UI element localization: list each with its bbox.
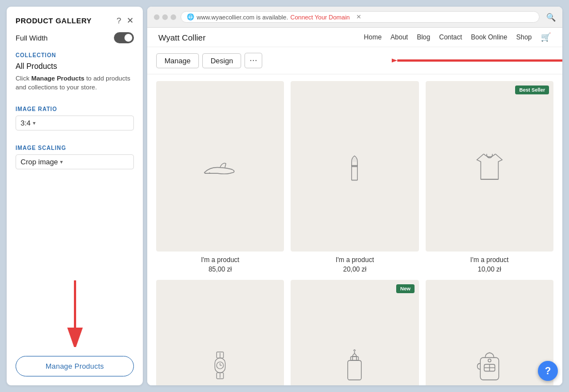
product-name: I'm a product bbox=[201, 256, 239, 264]
collection-section-label: COLLECTION bbox=[16, 52, 134, 58]
image-ratio-label: IMAGE RATIO bbox=[16, 106, 134, 112]
product-card: Best Seller I'm a product 10,00 zł bbox=[426, 81, 553, 273]
domain-text: www.wyaecollier.com is available. bbox=[197, 14, 288, 21]
svg-rect-15 bbox=[348, 360, 362, 380]
product-card: I'm a product 20,00 zł bbox=[291, 81, 418, 273]
close-icon[interactable]: ✕ bbox=[127, 16, 134, 26]
product-image-wrap bbox=[156, 81, 284, 252]
image-scaling-value: Crop image bbox=[21, 158, 58, 166]
product-grid-area: I'm a product 85,00 zł I'm bbox=[147, 74, 562, 385]
image-scaling-label: IMAGE SCALING bbox=[16, 145, 134, 151]
svg-point-22 bbox=[488, 359, 491, 361]
site-nav: Wyatt Collier Home About Blog Contact Bo… bbox=[147, 28, 562, 47]
product-card: New I'm a product 7,50 zł bbox=[291, 280, 418, 385]
product-info: I'm a product 85,00 zł bbox=[201, 256, 239, 273]
manage-button[interactable]: Manage bbox=[156, 53, 199, 68]
image-ratio-chevron: ▾ bbox=[33, 120, 36, 126]
product-name: I'm a product bbox=[470, 256, 508, 264]
product-card: I'm a product 85,00 zł bbox=[156, 81, 284, 273]
image-scaling-chevron: ▾ bbox=[60, 159, 63, 165]
product-price: 20,00 zł bbox=[336, 265, 374, 273]
collection-section: COLLECTION All Products Click Manage Pro… bbox=[16, 52, 134, 100]
right-arrow-svg bbox=[392, 52, 562, 69]
browser-panel: 🌐 www.wyaecollier.com is available. Conn… bbox=[147, 7, 562, 385]
product-card: I'm a product 15,00 zł bbox=[426, 280, 553, 385]
help-button[interactable]: ? bbox=[538, 361, 558, 381]
bestseller-badge: Best Seller bbox=[515, 86, 549, 94]
nav-shop[interactable]: Shop bbox=[516, 33, 532, 41]
collection-value: All Products bbox=[16, 62, 134, 71]
collection-hint: Click Manage Products to add products an… bbox=[16, 74, 134, 92]
panel-header-icons: ? ✕ bbox=[117, 16, 134, 26]
panel-header: PRODUCT GALLERY ? ✕ bbox=[16, 16, 134, 26]
product-image-wrap: Best Seller bbox=[426, 81, 553, 252]
product-image-wrap bbox=[291, 81, 418, 252]
browser-chrome: 🌐 www.wyaecollier.com is available. Conn… bbox=[147, 7, 562, 28]
backpack-icon bbox=[470, 346, 509, 385]
image-scaling-select[interactable]: Crop image ▾ bbox=[16, 154, 134, 169]
browser-address-bar[interactable]: 🌐 www.wyaecollier.com is available. Conn… bbox=[181, 11, 540, 23]
help-icon[interactable]: ? bbox=[117, 16, 121, 26]
product-image-wrap bbox=[426, 280, 553, 385]
nav-home[interactable]: Home bbox=[364, 33, 382, 41]
product-info: I'm a product 10,00 zł bbox=[470, 256, 508, 273]
gallery-toolbar: Manage Design ⋯ bbox=[147, 47, 562, 74]
shirt-icon bbox=[470, 147, 509, 186]
svg-rect-16 bbox=[351, 356, 358, 360]
left-panel: PRODUCT GALLERY ? ✕ Full Width COLLECTIO… bbox=[7, 7, 143, 385]
image-ratio-section: IMAGE RATIO 3:4 ▾ bbox=[16, 106, 134, 139]
lipstick-icon bbox=[335, 147, 374, 186]
dot-yellow bbox=[162, 14, 168, 20]
product-image-wrap: New bbox=[291, 280, 418, 385]
full-width-row: Full Width bbox=[16, 32, 134, 43]
product-card: I'm a product 25,00 zł bbox=[156, 280, 284, 385]
globe-icon: 🌐 bbox=[187, 13, 194, 21]
shoe-icon bbox=[201, 147, 239, 186]
nav-links: Home About Blog Contact Book Online Shop… bbox=[364, 32, 551, 42]
svg-rect-4 bbox=[352, 167, 358, 180]
nav-contact[interactable]: Contact bbox=[439, 33, 462, 41]
panel-title: PRODUCT GALLERY bbox=[16, 17, 92, 25]
soap-icon bbox=[335, 346, 374, 385]
product-info: I'm a product 20,00 zł bbox=[336, 256, 374, 273]
product-name: I'm a product bbox=[336, 256, 374, 264]
collection-hint-bold: Manage Products bbox=[31, 75, 84, 82]
product-grid: I'm a product 85,00 zł I'm bbox=[156, 81, 553, 385]
full-width-toggle[interactable] bbox=[114, 32, 134, 43]
product-image-wrap bbox=[156, 280, 284, 385]
image-scaling-section: IMAGE SCALING Crop image ▾ bbox=[16, 145, 134, 178]
manage-products-button[interactable]: Manage Products bbox=[16, 356, 134, 376]
design-button[interactable]: Design bbox=[202, 53, 241, 68]
watch-icon bbox=[201, 346, 239, 385]
connect-link[interactable]: Connect Your Domain bbox=[290, 14, 350, 21]
dot-red bbox=[154, 14, 159, 20]
cart-icon[interactable]: 🛒 bbox=[541, 32, 551, 42]
product-price: 10,00 zł bbox=[470, 265, 508, 273]
dot-green bbox=[171, 14, 176, 20]
full-width-label: Full Width bbox=[16, 34, 48, 42]
main-layout: PRODUCT GALLERY ? ✕ Full Width COLLECTIO… bbox=[7, 7, 562, 385]
image-ratio-value: 3:4 bbox=[21, 119, 31, 127]
site-name: Wyatt Collier bbox=[158, 33, 206, 42]
search-icon[interactable]: 🔍 bbox=[546, 13, 556, 22]
nav-book-online[interactable]: Book Online bbox=[471, 33, 507, 41]
down-arrow-area bbox=[16, 269, 134, 347]
browser-dots bbox=[154, 14, 176, 20]
new-badge: New bbox=[396, 284, 415, 293]
close-tab[interactable]: ✕ bbox=[356, 13, 361, 21]
image-ratio-select[interactable]: 3:4 ▾ bbox=[16, 115, 134, 130]
more-options-button[interactable]: ⋯ bbox=[244, 53, 262, 68]
nav-blog[interactable]: Blog bbox=[417, 33, 430, 41]
nav-about[interactable]: About bbox=[391, 33, 408, 41]
down-arrow-svg bbox=[58, 280, 92, 347]
product-price: 85,00 zł bbox=[201, 265, 239, 273]
